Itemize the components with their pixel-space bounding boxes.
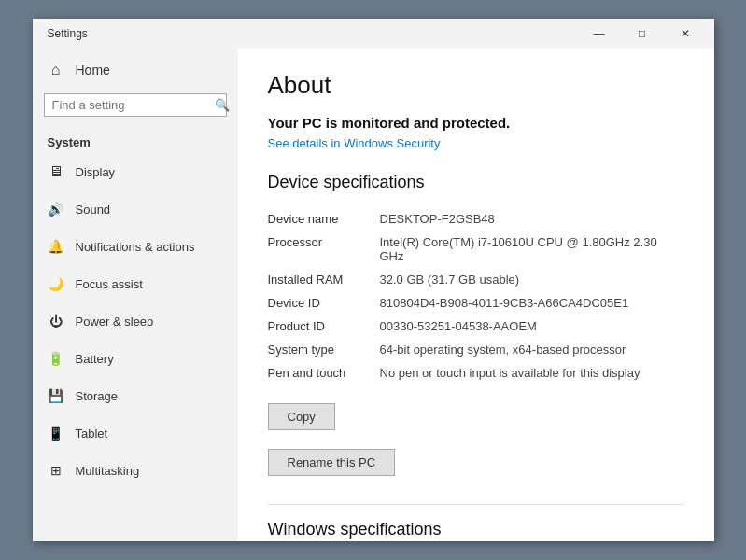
sidebar-item-label: Focus assist <box>76 277 143 291</box>
spec-label: Product ID <box>268 319 380 333</box>
spec-value: 32.0 GB (31.7 GB usable) <box>380 273 684 287</box>
search-input[interactable] <box>52 98 209 112</box>
spec-label: System type <box>268 343 380 357</box>
protected-text: Your PC is monitored and protected. <box>268 115 684 131</box>
main-content: About Your PC is monitored and protected… <box>238 49 714 541</box>
windows-specs-title: Windows specifications <box>268 520 684 539</box>
sidebar-item-sound[interactable]: 🔊 Sound <box>33 190 238 228</box>
spec-value: 810804D4-B908-4011-9CB3-A66CA4DC05E1 <box>380 296 684 310</box>
window-controls: — □ ✕ <box>578 19 707 49</box>
rename-pc-button[interactable]: Rename this PC <box>268 449 396 476</box>
spec-row: Device ID 810804D4-B908-4011-9CB3-A66CA4… <box>268 291 684 315</box>
sidebar-item-storage[interactable]: 💾 Storage <box>33 377 238 414</box>
spec-value: DESKTOP-F2GSB48 <box>380 212 684 226</box>
sidebar-item-label: Multitasking <box>76 464 140 478</box>
home-label: Home <box>76 63 110 77</box>
sidebar: ⌂ Home 🔍 System 🖥 Display 🔊 Sound 🔔 Noti… <box>33 49 238 541</box>
spec-value: Intel(R) Core(TM) i7-10610U CPU @ 1.80GH… <box>380 235 684 263</box>
search-box: 🔍 <box>44 93 227 117</box>
title-bar: Settings — □ ✕ <box>33 19 714 49</box>
sidebar-item-display[interactable]: 🖥 Display <box>33 153 238 190</box>
storage-icon: 💾 <box>48 387 64 404</box>
spec-label: Processor <box>268 235 380 263</box>
system-section-label: System <box>33 128 238 153</box>
divider <box>268 504 684 505</box>
settings-window: Settings — □ ✕ ⌂ Home 🔍 System 🖥 Display <box>33 19 714 541</box>
spec-row: Device name DESKTOP-F2GSB48 <box>268 207 684 231</box>
security-link[interactable]: See details in Windows Security <box>268 136 684 150</box>
display-icon: 🖥 <box>48 163 64 180</box>
spec-value: No pen or touch input is available for t… <box>380 366 684 380</box>
sidebar-item-label: Battery <box>76 352 114 366</box>
sidebar-item-label: Power & sleep <box>76 315 154 329</box>
spec-label: Device name <box>268 212 380 226</box>
sidebar-item-battery[interactable]: 🔋 Battery <box>33 340 238 377</box>
page-title: About <box>268 71 684 100</box>
battery-icon: 🔋 <box>48 350 64 367</box>
sidebar-item-label: Display <box>76 165 116 179</box>
focus-icon: 🌙 <box>48 275 64 292</box>
sidebar-item-label: Notifications & actions <box>76 240 195 254</box>
spec-label: Installed RAM <box>268 273 380 287</box>
close-button[interactable]: ✕ <box>664 19 707 49</box>
sidebar-item-label: Storage <box>76 389 119 403</box>
sidebar-item-home[interactable]: ⌂ Home <box>33 52 238 88</box>
window-title: Settings <box>48 27 88 40</box>
multitasking-icon: ⊞ <box>48 462 64 479</box>
sound-icon: 🔊 <box>48 201 64 217</box>
spec-value: 64-bit operating system, x64-based proce… <box>380 343 684 357</box>
copy-button[interactable]: Copy <box>268 403 335 430</box>
spec-row: Installed RAM 32.0 GB (31.7 GB usable) <box>268 268 684 291</box>
spec-value: 00330-53251-04538-AAOEM <box>380 319 684 333</box>
spec-row: Product ID 00330-53251-04538-AAOEM <box>268 315 684 338</box>
sidebar-item-label: Sound <box>76 203 111 217</box>
spec-row: System type 64-bit operating system, x64… <box>268 338 684 361</box>
spec-label: Pen and touch <box>268 366 380 380</box>
device-specs-table: Device name DESKTOP-F2GSB48 Processor In… <box>268 207 684 385</box>
home-icon: ⌂ <box>48 62 64 78</box>
sidebar-item-power[interactable]: ⏻ Power & sleep <box>33 302 238 340</box>
power-icon: ⏻ <box>48 313 64 329</box>
spec-row: Pen and touch No pen or touch input is a… <box>268 361 684 385</box>
sidebar-item-notifications[interactable]: 🔔 Notifications & actions <box>33 228 238 265</box>
notifications-icon: 🔔 <box>48 238 64 255</box>
sidebar-item-tablet[interactable]: 📱 Tablet <box>33 414 238 452</box>
spec-label: Device ID <box>268 296 380 310</box>
tablet-icon: 📱 <box>48 425 64 441</box>
sidebar-item-label: Tablet <box>76 427 108 441</box>
maximize-button[interactable]: □ <box>621 19 664 49</box>
sidebar-item-focus[interactable]: 🌙 Focus assist <box>33 265 238 302</box>
window-content: ⌂ Home 🔍 System 🖥 Display 🔊 Sound 🔔 Noti… <box>33 49 714 541</box>
minimize-button[interactable]: — <box>578 19 621 49</box>
search-icon: 🔍 <box>215 98 230 112</box>
device-specs-title: Device specifications <box>268 173 684 192</box>
spec-row: Processor Intel(R) Core(TM) i7-10610U CP… <box>268 231 684 268</box>
sidebar-item-multitasking[interactable]: ⊞ Multitasking <box>33 452 238 489</box>
